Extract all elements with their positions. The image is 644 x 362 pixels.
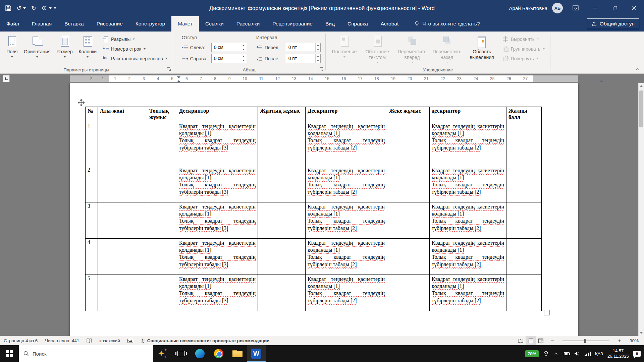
tell-me-search[interactable]: Что вы хотите сделать?	[414, 16, 480, 32]
hidden-icons-chevron-icon[interactable]	[553, 351, 559, 357]
group-work-cell[interactable]	[147, 275, 177, 311]
row-number-cell[interactable]: 2	[86, 166, 98, 202]
descriptor-cell[interactable]: Квадрат теңдеудің қасиеттерін қолданады …	[177, 275, 258, 311]
page-setup-dialog-launcher-icon[interactable]	[166, 67, 171, 72]
group-work-cell[interactable]	[147, 238, 177, 275]
descriptor-cell[interactable]: Квадрат теңдеудің қасиеттерін қолданады …	[177, 238, 258, 275]
descriptor-cell[interactable]: Квадрат теңдеудің қасиеттерін қолданады …	[177, 202, 258, 238]
tab-mailings[interactable]: Рассылки	[230, 16, 266, 32]
notification-center-icon[interactable]: 9	[633, 351, 641, 357]
language-switcher[interactable]: ҚАЗ	[595, 351, 603, 356]
columns-button[interactable]: Колонки	[76, 34, 100, 59]
descriptor-cell[interactable]: Квадрат теңдеудің қасиеттерін қолданады …	[306, 122, 387, 166]
zoom-out-button[interactable]: −	[546, 336, 559, 345]
individual-work-cell[interactable]	[387, 202, 430, 238]
group-work-cell[interactable]	[147, 202, 177, 238]
scroll-down-icon[interactable]	[639, 330, 644, 336]
word-count[interactable]: Число слов: 441	[41, 336, 83, 345]
page-indicator[interactable]: Страница 4 из 6	[0, 336, 41, 345]
col-header-descriptor-3[interactable]: дескриптор	[430, 107, 506, 122]
network-icon[interactable]	[585, 351, 591, 357]
individual-work-cell[interactable]	[387, 275, 430, 311]
col-header-total-score[interactable]: Жалпы балл	[506, 107, 542, 122]
indent-right-input[interactable]: 0 см	[211, 54, 246, 63]
pair-work-cell[interactable]	[258, 122, 306, 166]
right-indent-marker[interactable]	[600, 80, 603, 82]
share-button[interactable]: Общий доступ	[587, 18, 639, 29]
row-number-cell[interactable]: 3	[86, 202, 98, 238]
zoom-slider[interactable]	[562, 341, 609, 341]
keyboard-icon[interactable]	[124, 336, 137, 345]
pair-work-cell[interactable]	[258, 202, 306, 238]
spacing-after-spinner[interactable]	[315, 54, 320, 63]
descriptor-cell[interactable]: Квадрат теңдеудің қасиеттерін қолданады …	[306, 275, 387, 311]
save-icon[interactable]	[5, 5, 11, 11]
battery-percentage-badge[interactable]: 78%	[525, 350, 539, 357]
pair-work-cell[interactable]	[258, 275, 306, 311]
customize-qat-icon[interactable]	[54, 7, 56, 9]
descriptor-cell[interactable]: Квадрат теңдеудің қасиеттерін қолданады …	[430, 202, 506, 238]
start-button[interactable]	[0, 345, 19, 362]
scroll-up-icon[interactable]	[639, 83, 644, 89]
undo-dropdown-icon[interactable]	[23, 7, 26, 9]
assessment-table[interactable]: № Аты-жөні Топтық жұмыс Дескриптор Жұпты…	[85, 107, 542, 311]
orientation-button[interactable]: Ориентация	[21, 34, 53, 59]
descriptor-cell[interactable]: Квадрат теңдеудің қасиеттерін қолданады …	[306, 202, 387, 238]
account-name[interactable]: Арай Бакытовна	[509, 5, 547, 11]
col-header-descriptor-2[interactable]: Дескриптор	[306, 107, 387, 122]
selection-pane-button[interactable]: Область выделения	[465, 34, 499, 61]
col-header-name[interactable]: Аты-жөні	[98, 107, 147, 122]
spacing-before-spinner[interactable]	[315, 43, 320, 52]
first-line-indent-marker[interactable]	[177, 76, 180, 78]
individual-work-cell[interactable]	[387, 238, 430, 275]
restore-button[interactable]	[605, 0, 625, 16]
task-view-button[interactable]	[172, 345, 191, 362]
document-page[interactable]: № Аты-жөні Топтық жұмыс Дескриптор Жұпты…	[70, 83, 578, 336]
tab-home[interactable]: Главная	[25, 16, 58, 32]
paragraph-dialog-launcher-icon[interactable]	[319, 67, 324, 72]
touch-mode-dropdown-icon[interactable]	[49, 7, 52, 9]
clock[interactable]: 14:57 26.11.2025	[607, 348, 629, 359]
size-button[interactable]: Размер	[53, 34, 75, 59]
descriptor-cell[interactable]: Квадрат теңдеудің қасиеттерін қолданады …	[306, 238, 387, 275]
hyphenation-button[interactable]: Расстановка переносов	[102, 55, 169, 62]
descriptor-cell[interactable]: Квадрат теңдеудің қасиеттерін қолданады …	[430, 122, 506, 166]
zoom-slider-thumb[interactable]	[584, 339, 586, 343]
collapse-ribbon-icon[interactable]	[634, 67, 641, 72]
zoom-in-button[interactable]: +	[613, 336, 626, 345]
word-taskbar-button[interactable]: W	[247, 345, 266, 362]
descriptor-cell[interactable]: Квадрат теңдеудің қасиеттерін қолданады …	[430, 275, 506, 311]
hanging-indent-marker[interactable]	[177, 80, 180, 82]
proofing-icon[interactable]	[83, 336, 96, 345]
avatar[interactable]: АБ	[552, 3, 563, 13]
undo-icon[interactable]: ↺	[16, 5, 21, 11]
line-numbers-button[interactable]: Номера строк	[102, 45, 169, 52]
battery-icon[interactable]	[564, 351, 570, 357]
pair-work-cell[interactable]	[258, 238, 306, 275]
margins-button[interactable]: Поля	[3, 34, 21, 59]
tab-layout[interactable]: Макет	[171, 16, 199, 32]
taskbar-search[interactable]: Поиск	[19, 345, 153, 362]
minimize-button[interactable]	[586, 0, 605, 16]
read-mode-button[interactable]	[516, 336, 526, 345]
spacing-before-input[interactable]: 0 пт	[286, 43, 321, 52]
col-header-descriptor-1[interactable]: Дескриптор	[177, 107, 258, 122]
language-indicator[interactable]: казахский	[96, 336, 124, 345]
tab-review[interactable]: Рецензирование	[266, 16, 319, 32]
name-cell[interactable]	[98, 122, 147, 166]
tab-references[interactable]: Ссылки	[199, 16, 230, 32]
row-number-cell[interactable]: 1	[86, 122, 98, 166]
individual-work-cell[interactable]	[387, 122, 430, 166]
table-resize-handle[interactable]	[544, 310, 550, 315]
group-work-cell[interactable]	[147, 122, 177, 166]
scrollbar-thumb[interactable]	[639, 90, 643, 127]
print-layout-button[interactable]	[526, 336, 536, 345]
total-score-cell[interactable]	[506, 275, 542, 311]
accessibility-checker[interactable]: Специальные возможности: проверьте реком…	[137, 336, 273, 345]
total-score-cell[interactable]	[506, 166, 542, 202]
total-score-cell[interactable]	[506, 202, 542, 238]
col-header-individual-work[interactable]: Жеке жұмыс	[387, 107, 430, 122]
tab-insert[interactable]: Вставка	[58, 16, 90, 32]
volume-icon[interactable]	[574, 351, 580, 357]
total-score-cell[interactable]	[506, 122, 542, 166]
